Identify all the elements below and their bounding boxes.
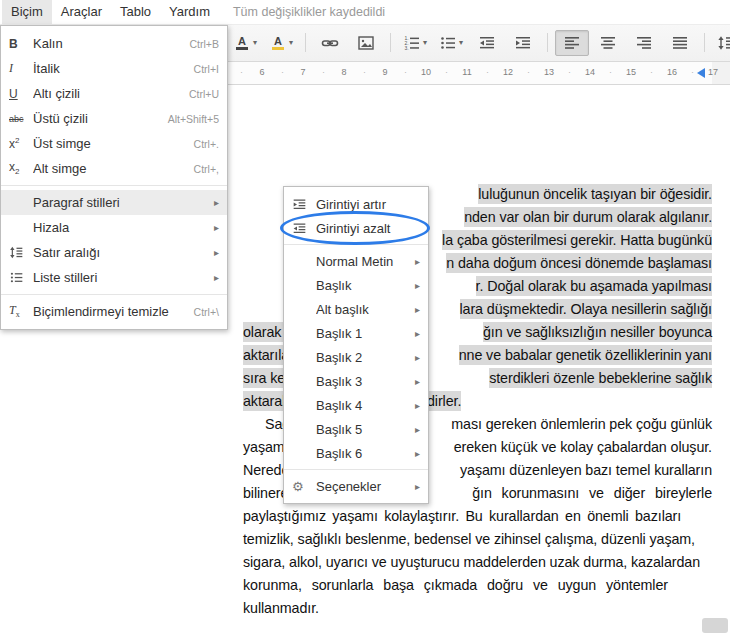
toolbar-separator (704, 33, 705, 52)
bold-icon: B (9, 37, 33, 51)
format-menu-item-i-talik[interactable]: IİtalikCtrl+I (1, 56, 227, 81)
toolbar-separator (305, 33, 306, 52)
menu-item-label: Üstü çizili (33, 111, 160, 126)
svg-text:A: A (238, 35, 246, 47)
ruler-tick: · (322, 67, 325, 77)
document-line-fragment: dirler. (427, 391, 461, 411)
styles-submenu-item-ba-l-k-5[interactable]: Başlık 5▸ (284, 417, 428, 441)
menu-item-label: Liste stilleri (33, 270, 206, 285)
format-menu-item-alt-izili[interactable]: UAltı çiziliCtrl+U (1, 81, 227, 106)
menu-separator (284, 244, 428, 245)
styles-submenu-item-ba-l-k-6[interactable]: Başlık 6▸ (284, 441, 428, 465)
ruler-tick: · (404, 67, 407, 77)
align-left-button[interactable] (555, 30, 589, 56)
menubar-item-tablo[interactable]: Tablo (111, 0, 160, 24)
styles-submenu-item-ba-l-k-4[interactable]: Başlık 4▸ (284, 393, 428, 417)
svg-text:A: A (274, 35, 282, 47)
menu-item-label: İtalik (33, 61, 186, 76)
submenu-arrow-icon: ▸ (415, 304, 420, 315)
format-menu-item-kal-n[interactable]: BKalınCtrl+B (1, 31, 227, 56)
format-menu-item-bi-imlendirmeyi-temizle[interactable]: TxBiçimlendirmeyi temizleCtrl+\ (1, 299, 227, 324)
line-spacing-icon (9, 245, 33, 260)
styles-submenu-item-se-enekler[interactable]: ⚙Seçenekler▸ (284, 474, 428, 498)
styles-submenu-item-normal-metin[interactable]: Normal Metin▸ (284, 249, 428, 273)
format-menu-item-hizala[interactable]: Hizala▸ (1, 215, 227, 240)
ruler-tick: · (240, 67, 243, 77)
menubar-item-yard-m[interactable]: Yardım (160, 0, 219, 24)
bullet-list-button[interactable]: ▾ (434, 30, 468, 56)
document-line-fragment: ması gereken önlemlerin pek çoğu günlük (451, 414, 712, 434)
document-line-fragment: yaşamı düzenleyen bazı temel kuralların (460, 460, 712, 480)
menubar-item-ara-lar[interactable]: Araçlar (52, 0, 111, 24)
document-line-fragment: ğın ve sağlıksızlığın nesiller boyunca (483, 322, 712, 342)
submenu-arrow-icon: ▸ (415, 400, 420, 411)
styles-submenu-item-girintiyi-azalt[interactable]: Girintiyi azalt (284, 216, 428, 240)
numbered-list-button[interactable]: 1.2.3.▾ (398, 30, 432, 56)
submenu-arrow-icon: ▸ (415, 328, 420, 339)
menu-item-shortcut: Ctrl+I (194, 63, 219, 75)
document-line[interactable]: korunma, sorunlarla başa çıkmada doğru v… (0, 575, 730, 596)
document-line[interactable]: sigara, alkol, uyarıcı ve uyuşturucu mad… (0, 552, 730, 573)
styles-submenu-item-ba-l-k-1[interactable]: Başlık 1▸ (284, 321, 428, 345)
indent-decrease-button[interactable] (470, 30, 504, 56)
menu-item-label: Altı çizili (33, 86, 181, 101)
format-menu-item-sat-r-aral[interactable]: Satır aralığı▸ (1, 240, 227, 265)
insert-link-icon (321, 34, 339, 52)
format-menu-item-st-izili[interactable]: abcÜstü çiziliAlt+Shift+5 (1, 106, 227, 131)
submenu-arrow-icon: ▸ (415, 424, 420, 435)
insert-image-button[interactable] (349, 30, 383, 56)
format-menu-item-paragraf-stilleri[interactable]: Paragraf stilleri▸ (1, 190, 227, 215)
right-indent-marker[interactable] (697, 68, 705, 78)
styles-submenu-item-ba-l-k[interactable]: Başlık▸ (284, 273, 428, 297)
document-line-fragment: ğın korunmasını ve diğer bireylerle (472, 483, 712, 503)
indent-decrease-icon (292, 221, 316, 236)
format-menu-item-alt-simge[interactable]: x2Alt simgeCtrl+, (1, 156, 227, 181)
document-line-fragment: sterdikleri özenle bebeklerine sağlık (489, 368, 712, 388)
ruler-tick: · (281, 67, 284, 77)
format-menu-item-st-simge[interactable]: x2Üst simgeCtrl+. (1, 131, 227, 156)
scroll-corner[interactable] (702, 618, 728, 633)
format-menu-item-liste-stilleri[interactable]: Liste stilleri▸ (1, 265, 227, 290)
align-center-button[interactable] (591, 30, 625, 56)
styles-submenu-item-alt-ba-l-k[interactable]: Alt başlık▸ (284, 297, 428, 321)
styles-submenu-item-girintiyi-art-r[interactable]: Girintiyi artır (284, 192, 428, 216)
document-line[interactable]: paylaştığımız yaşamı kolaylaştırır. Bu k… (0, 506, 730, 527)
menu-item-shortcut: Ctrl+, (194, 163, 219, 175)
insert-link-button[interactable] (313, 30, 347, 56)
align-left-icon (563, 34, 581, 52)
document-line-text: kullanmadır. (243, 598, 319, 618)
menu-item-label: Alt simge (33, 161, 186, 176)
menu-item-label: Başlık 4 (316, 398, 407, 413)
numbered-list-icon: 1.2.3. (403, 34, 421, 52)
align-justify-button[interactable] (663, 30, 697, 56)
submenu-arrow-icon: ▸ (415, 376, 420, 387)
document-line[interactable]: temizlik, sağlıklı beslenme, bedensel ve… (0, 529, 730, 550)
app-window: luluğunun öncelik taşıyan bir öğesidir.n… (0, 0, 730, 635)
styles-submenu-item-ba-l-k-2[interactable]: Başlık 2▸ (284, 345, 428, 369)
dropdown-arrow-icon[interactable]: ▾ (289, 38, 293, 47)
dropdown-arrow-icon[interactable]: ▾ (459, 38, 463, 47)
text-color-button[interactable]: A▾ (228, 30, 262, 56)
align-center-icon (599, 34, 617, 52)
dropdown-arrow-icon[interactable]: ▾ (253, 38, 257, 47)
dropdown-arrow-icon[interactable]: ▾ (423, 38, 427, 47)
italic-icon: I (9, 61, 33, 76)
line-spacing-button[interactable]: ▾ (712, 30, 730, 56)
highlight-color-button[interactable]: A▾ (264, 30, 298, 56)
styles-submenu-item-ba-l-k-3[interactable]: Başlık 3▸ (284, 369, 428, 393)
paragraph-styles-submenu: Girintiyi artırGirintiyi azaltNormal Met… (283, 186, 429, 504)
document-line[interactable]: kullanmadır. (0, 598, 730, 619)
indent-increase-button[interactable] (506, 30, 540, 56)
menu-item-label: Başlık 1 (316, 326, 407, 341)
menu-item-label: Hizala (33, 220, 206, 235)
align-right-button[interactable] (627, 30, 661, 56)
underline-icon: U (9, 87, 33, 101)
indent-increase-icon (514, 34, 532, 52)
submenu-arrow-icon: ▸ (415, 280, 420, 291)
menubar: BiçimAraçlarTabloYardım Tüm değişiklikle… (0, 0, 730, 25)
highlight-color-icon: A (269, 34, 287, 52)
superscript-icon: x2 (9, 136, 33, 151)
submenu-arrow-icon: ▸ (415, 256, 420, 267)
menu-item-label: Kalın (33, 36, 182, 51)
menubar-item-bi-im[interactable]: Biçim (2, 0, 52, 24)
